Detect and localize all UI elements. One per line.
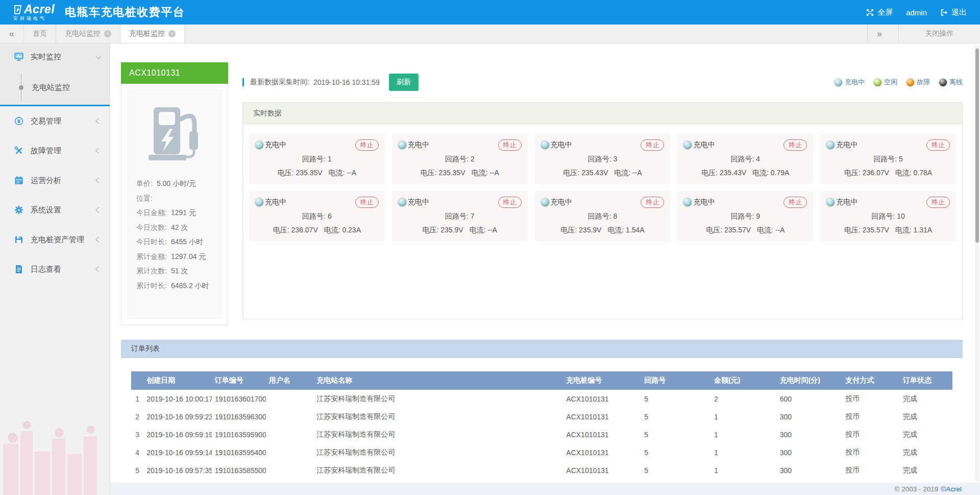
sidebar-item-system-settings[interactable]: 系统设置 bbox=[0, 195, 110, 225]
sidebar-item-station-monitor[interactable]: 充电站监控 bbox=[0, 70, 110, 105]
status-fault-icon bbox=[906, 79, 914, 86]
current-label: 电流: bbox=[895, 169, 912, 177]
order-cell: ACX1010131 bbox=[563, 426, 641, 443]
status-charging-icon bbox=[683, 141, 692, 149]
device-stat-row: 今日金额: 1291 元 bbox=[136, 205, 213, 220]
circuit-card: 充电中 终止 回路号: 8 电压: 235.9V 电流: 1.54A bbox=[535, 191, 671, 241]
sidebar-item-transactions[interactable]: 交易管理 bbox=[0, 106, 110, 136]
chevron-left-icon bbox=[95, 237, 101, 242]
legend-charging: 充电中 bbox=[835, 78, 865, 87]
stop-button[interactable]: 终止 bbox=[498, 197, 522, 208]
voltage-value: 235.35V bbox=[296, 169, 323, 177]
orders-section: 订单列表 创建日期订单编号用户名充电站名称充电桩编号回路号金额(元)充电时间(分… bbox=[121, 340, 963, 479]
circuit-number: 4 bbox=[756, 155, 760, 163]
refresh-button[interactable]: 刷新 bbox=[389, 74, 419, 91]
sidebar-item-operation-analysis[interactable]: 运营分析 bbox=[0, 166, 110, 195]
sidebar-item-pile-assets[interactable]: 充电桩资产管理 bbox=[0, 225, 110, 254]
order-cell bbox=[266, 443, 313, 461]
sidebar-item-label: 运营分析 bbox=[31, 176, 61, 185]
collect-time-value: 2019-10-16 10:31:59 bbox=[313, 78, 380, 86]
chevron-left-icon bbox=[95, 177, 101, 183]
stat-label: 累计时长: bbox=[136, 278, 167, 293]
circuit-number: 8 bbox=[613, 212, 617, 220]
sidebar: 实时监控 充电站监控 交易管理 bbox=[0, 43, 110, 495]
stop-button[interactable]: 终止 bbox=[926, 197, 950, 208]
order-row-index: 4 bbox=[131, 443, 143, 461]
status-charging-icon bbox=[826, 141, 835, 149]
tabs-scroll-right-button[interactable]: » bbox=[867, 25, 891, 43]
stat-label: 位置: bbox=[136, 191, 153, 206]
sidebar-item-realtime-monitor[interactable]: 实时监控 bbox=[0, 43, 110, 70]
double-chevron-left-icon: « bbox=[9, 29, 14, 39]
voltage-label: 电压: bbox=[421, 169, 437, 177]
close-actions-dropdown[interactable]: 关闭操作 bbox=[898, 25, 980, 43]
tab-station-monitor[interactable]: 充电站监控 × bbox=[56, 25, 120, 43]
order-row-index: 5 bbox=[131, 461, 143, 479]
order-cell: 完成 bbox=[900, 461, 952, 479]
tab-label: 充电桩监控 bbox=[129, 29, 165, 38]
user-menu[interactable]: admin bbox=[906, 8, 927, 17]
current-value: 0.78A bbox=[914, 169, 933, 177]
current-value: 1.31A bbox=[914, 226, 933, 234]
tab-close-icon[interactable]: × bbox=[168, 30, 176, 37]
sidebar-item-label: 交易管理 bbox=[31, 116, 61, 126]
circuit-card: 充电中 终止 回路号: 3 电压: 235.43V 电流: --A bbox=[535, 134, 671, 184]
status-charging-icon bbox=[255, 141, 263, 149]
circuit-number-label: 回路号: bbox=[302, 155, 326, 163]
stop-button[interactable]: 终止 bbox=[641, 197, 664, 208]
order-cell: 江苏安科瑞制造有限公司 bbox=[313, 426, 563, 443]
voltage-value: 235.57V bbox=[724, 226, 751, 234]
fullscreen-button[interactable]: 全屏 bbox=[866, 8, 893, 17]
tab-home[interactable]: 首页 bbox=[24, 25, 56, 43]
tab-pile-monitor[interactable]: 充电桩监控 × bbox=[120, 25, 185, 43]
current-label: 电流: bbox=[895, 226, 912, 234]
order-cell: 300 bbox=[777, 408, 843, 426]
voltage-label: 电压: bbox=[563, 169, 579, 177]
circuit-status: 充电中 bbox=[551, 198, 572, 207]
settings-icon bbox=[14, 205, 23, 215]
sidebar-item-faults[interactable]: 故障管理 bbox=[0, 136, 110, 166]
current-label: 电流: bbox=[324, 226, 340, 234]
device-panel: ACX1010131 bbox=[121, 62, 228, 325]
logout-icon bbox=[940, 9, 948, 16]
stop-button[interactable]: 终止 bbox=[355, 197, 379, 208]
brand-name: Acrel bbox=[24, 4, 55, 15]
circuit-number-label: 回路号: bbox=[871, 212, 895, 220]
order-cell: 1 bbox=[711, 426, 777, 443]
stop-button[interactable]: 终止 bbox=[783, 139, 807, 151]
sidebar-item-label: 故障管理 bbox=[31, 146, 61, 156]
orders-column-header: 用户名 bbox=[266, 371, 313, 390]
sidebar-item-logs[interactable]: 日志查看 bbox=[0, 254, 110, 284]
stop-button[interactable]: 终止 bbox=[783, 197, 807, 208]
tabs-scroll-left-button[interactable]: « bbox=[0, 25, 24, 43]
order-cell: 1910163601700047 bbox=[212, 390, 266, 408]
brand-subtitle: 安科瑞电气 bbox=[13, 16, 55, 21]
stop-button[interactable]: 终止 bbox=[641, 139, 664, 151]
device-card: 单价: 5.00 小时/元 位置: 今日金额: 1291 元 今日次数: 42 … bbox=[128, 90, 222, 319]
scrollbar-thumb[interactable] bbox=[975, 49, 979, 243]
circuit-number-label: 回路号: bbox=[873, 155, 897, 163]
orders-header-row: 创建日期订单编号用户名充电站名称充电桩编号回路号金额(元)充电时间(分)支付方式… bbox=[131, 371, 952, 390]
order-cell: 完成 bbox=[900, 408, 952, 426]
sidebar-item-label: 充电桩资产管理 bbox=[31, 235, 84, 245]
stat-label: 单价: bbox=[136, 176, 153, 191]
voltage-value: 235.9V bbox=[440, 226, 463, 234]
tab-close-icon[interactable]: × bbox=[104, 30, 111, 37]
stop-button[interactable]: 终止 bbox=[498, 139, 522, 151]
stop-button[interactable]: 终止 bbox=[355, 139, 379, 151]
device-stat-row: 今日次数: 42 次 bbox=[136, 220, 213, 235]
current-value: --A bbox=[347, 169, 356, 177]
transaction-icon bbox=[14, 116, 23, 126]
orders-column-header: 创建日期 bbox=[143, 371, 212, 390]
sidebar-subitem-label: 充电站监控 bbox=[32, 83, 70, 92]
order-cell: 投币 bbox=[842, 461, 900, 479]
footer-brand[interactable]: ©Acrel bbox=[941, 485, 962, 493]
scrollbar[interactable] bbox=[975, 44, 979, 482]
logout-button[interactable]: 退出 bbox=[940, 8, 967, 17]
device-stats: 单价: 5.00 小时/元 位置: 今日金额: 1291 元 今日次数: 42 … bbox=[136, 176, 213, 293]
circuit-status: 充电中 bbox=[836, 198, 857, 207]
voltage-label: 电压: bbox=[422, 226, 438, 234]
stop-button[interactable]: 终止 bbox=[926, 139, 950, 151]
current-label: 电流: bbox=[329, 169, 345, 177]
circuit-number: 9 bbox=[756, 212, 760, 220]
